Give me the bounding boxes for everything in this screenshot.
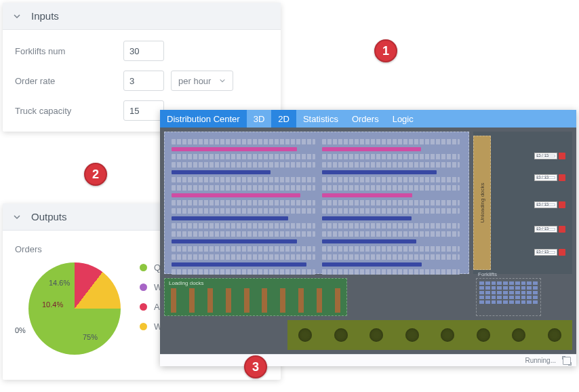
order-rate-unit-value: per hour	[178, 76, 211, 86]
tree-icon	[298, 328, 312, 342]
tree-icon	[548, 328, 561, 342]
pie-icon	[28, 262, 121, 355]
callout-badge-3: 3	[244, 355, 267, 378]
sim-statusbar: Running...	[160, 354, 576, 366]
callout-badge-2: 2	[84, 163, 107, 186]
truck-capacity-text: 15 / 15	[536, 175, 548, 179]
fullscreen-icon[interactable]	[563, 357, 571, 365]
callout-badge-1: 1	[374, 39, 397, 62]
tab-3d[interactable]: 3D	[247, 110, 272, 128]
forklifts-label: Forklifts num	[15, 46, 123, 56]
tree-icon	[334, 328, 348, 342]
truck-icon: 15 / 15	[534, 174, 570, 182]
sim-tabbar: Distribution Center 3D 2D Statistics Ord…	[160, 110, 576, 128]
legend-swatch-icon	[140, 323, 147, 330]
tab-2d[interactable]: 2D	[271, 110, 296, 128]
legend-swatch-icon	[140, 264, 147, 271]
chevron-down-icon	[219, 76, 226, 86]
tree-icon	[405, 328, 419, 342]
orders-pie-chart: 75%0%10.4%14.6%	[15, 258, 123, 367]
forklift-area-label: Forklifts	[478, 271, 497, 277]
loading-docks: Loading docks	[164, 278, 347, 316]
tab-statistics[interactable]: Statistics	[296, 110, 345, 128]
tab-logic[interactable]: Logic	[386, 110, 420, 128]
tree-icon	[512, 328, 525, 342]
pie-slice-label: 14.6%	[49, 279, 70, 287]
legend-swatch-icon	[140, 303, 147, 311]
chevron-down-icon	[12, 12, 22, 21]
truck-icon: 15 / 15	[534, 152, 570, 160]
unloading-docks-label: Unloading docks	[479, 182, 485, 222]
pie-slice-label: 75%	[83, 333, 98, 341]
tab-orders[interactable]: Orders	[345, 110, 386, 128]
truck-capacity-label: Truck capacity	[15, 106, 123, 116]
tab-distribution-center[interactable]: Distribution Center	[160, 110, 247, 128]
order-rate-row: Order rate 3 per hour	[15, 71, 268, 91]
forklifts-input[interactable]: 30	[123, 41, 164, 61]
unloading-docks: Unloading docks	[473, 136, 491, 270]
pie-slice-label: 0%	[15, 326, 26, 334]
pie-slice-label: 10.4%	[42, 300, 63, 309]
truck-capacity-text: 15 / 15	[536, 250, 548, 254]
simulation-viewer: Distribution Center 3D 2D Statistics Ord…	[160, 110, 576, 366]
status-text: Running...	[525, 357, 556, 364]
truck-capacity-text: 15 / 15	[536, 202, 548, 206]
forklift-area: Forklifts	[476, 278, 541, 316]
order-rate-input[interactable]: 3	[123, 71, 164, 91]
landscape-strip	[287, 320, 572, 350]
warehouse-area	[164, 132, 469, 274]
order-rate-unit-select[interactable]: per hour	[171, 71, 233, 91]
truck-icon: 15 / 15	[534, 225, 570, 233]
tree-icon	[477, 328, 490, 342]
truck-icon: 15 / 15	[534, 248, 570, 256]
chevron-down-icon	[12, 212, 22, 222]
truck-icon: 15 / 15	[534, 201, 570, 209]
truck-capacity-text: 15 / 15	[536, 227, 548, 231]
tree-icon	[370, 328, 383, 342]
tree-icon	[441, 328, 454, 342]
truck-capacity-input[interactable]: 15	[123, 100, 164, 121]
loading-docks-label: Loading docks	[169, 280, 204, 286]
inputs-title: Inputs	[31, 10, 59, 22]
order-rate-label: Order rate	[15, 76, 123, 86]
sim-canvas[interactable]: Unloading docks 15 / 1515 / 1515 / 1515 …	[160, 128, 576, 354]
legend-swatch-icon	[140, 283, 147, 291]
truck-capacity-text: 15 / 15	[536, 153, 548, 157]
yard-area: Unloading docks 15 / 1515 / 1515 / 1515 …	[473, 132, 572, 274]
forklifts-row: Forklifts num 30	[15, 41, 268, 61]
outputs-title: Outputs	[31, 211, 67, 222]
inputs-header[interactable]: Inputs	[3, 3, 281, 30]
